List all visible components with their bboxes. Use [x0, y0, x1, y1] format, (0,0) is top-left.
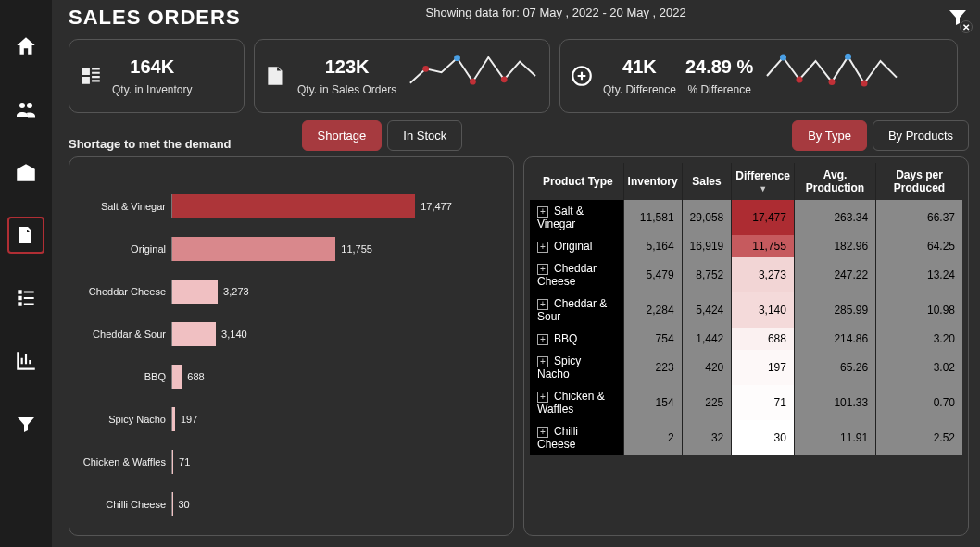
cell-daysper: 0.70: [876, 385, 962, 420]
cell-avgprod: 101.33: [794, 385, 875, 420]
cell-difference: 688: [732, 328, 795, 350]
bar-track: 30: [171, 492, 504, 516]
expand-icon[interactable]: +: [537, 392, 548, 403]
bar-row: Cheddar Cheese3,273: [79, 270, 504, 313]
tab-shortage[interactable]: Shortage: [302, 120, 383, 151]
table-row[interactable]: +BBQ7541,442688214.863.20: [530, 328, 962, 350]
table-row[interactable]: +Cheddar Cheese5,4798,7523,273247.2213.2…: [530, 257, 962, 292]
table-row[interactable]: +Chicken & Waffles15422571101.330.70: [530, 385, 962, 420]
bar-track: 3,273: [171, 280, 504, 304]
sales-icon: [264, 64, 288, 88]
bar-category-label: Cheddar & Sour: [79, 329, 171, 340]
expand-icon[interactable]: +: [537, 299, 548, 310]
bar[interactable]: [172, 365, 182, 389]
cell-daysper: 64.25: [876, 235, 962, 257]
cell-inventory: 5,164: [623, 235, 682, 257]
bar-row: Chilli Cheese30: [79, 483, 504, 526]
expand-icon[interactable]: +: [537, 264, 548, 275]
kpi-diff-value: 41K: [603, 56, 676, 78]
svg-point-7: [861, 81, 868, 87]
cell-avgprod: 182.96: [794, 235, 875, 257]
sort-desc-icon: ▼: [735, 184, 790, 193]
col-avgprod[interactable]: Avg. Production: [794, 163, 875, 200]
cell-sales: 5,424: [682, 292, 732, 328]
expand-icon[interactable]: +: [537, 242, 548, 253]
expand-icon[interactable]: +: [537, 427, 548, 438]
bar[interactable]: [172, 237, 335, 261]
cell-sales: 16,919: [682, 235, 732, 257]
table-row[interactable]: +Original5,16416,91911,755182.9664.25: [530, 235, 962, 257]
bar[interactable]: [172, 280, 218, 304]
cell-daysper: 10.98: [876, 292, 962, 328]
nav-users[interactable]: [7, 91, 44, 128]
cell-sales: 1,442: [682, 328, 732, 350]
cell-product: Original: [554, 240, 592, 253]
cell-difference: 17,477: [732, 200, 795, 235]
svg-point-8: [780, 55, 786, 61]
kpi-sales-label: Qty. in Sales Orders: [297, 83, 396, 96]
col-daysper[interactable]: Days per Produced: [876, 163, 962, 200]
table-row[interactable]: +Cheddar & Sour2,2845,4243,140285.9910.9…: [530, 292, 962, 328]
nav-warehouse[interactable]: [7, 154, 44, 191]
col-sales[interactable]: Sales: [682, 163, 732, 200]
cell-daysper: 3.20: [876, 328, 962, 350]
filter-reset-button[interactable]: ✕: [947, 6, 969, 31]
bar-row: Original11,755: [79, 228, 504, 270]
bar-row: Chicken & Waffles71: [79, 441, 504, 483]
expand-icon[interactable]: +: [537, 206, 548, 218]
sparkline-sales: [406, 48, 540, 104]
nav-filter[interactable]: [7, 405, 44, 442]
product-table-panel: Product Type Inventory Sales Difference …: [523, 156, 969, 536]
bar-value-label: 11,755: [335, 243, 372, 255]
cell-inventory: 223: [623, 350, 682, 385]
cell-difference: 3,140: [732, 292, 795, 328]
cell-avgprod: 65.26: [794, 350, 875, 385]
bar-track: 688: [171, 365, 504, 389]
cell-inventory: 754: [623, 328, 682, 350]
col-inventory[interactable]: Inventory: [623, 163, 682, 200]
expand-icon[interactable]: +: [537, 356, 548, 367]
bar-value-label: 688: [182, 371, 204, 382]
difference-icon: [570, 64, 594, 88]
cell-inventory: 2,284: [623, 292, 682, 328]
bar-value-label: 3,273: [218, 286, 249, 297]
bar-row: Spicy Nacho197: [79, 398, 504, 441]
bar-track: 3,140: [171, 322, 504, 346]
bar-category-label: Original: [79, 243, 171, 255]
cell-daysper: 66.37: [876, 200, 962, 235]
bar[interactable]: [172, 322, 216, 346]
kpi-inventory-card: 164K Qty. in Inventory: [69, 39, 245, 113]
cell-sales: 29,058: [682, 200, 732, 235]
nav-home[interactable]: [7, 28, 44, 65]
bar[interactable]: [172, 194, 415, 218]
tab-instock[interactable]: In Stock: [387, 120, 462, 151]
bar-value-label: 197: [175, 414, 197, 425]
close-icon: ✕: [960, 20, 973, 33]
table-row[interactable]: +Salt & Vinegar11,58129,05817,477263.346…: [530, 200, 962, 235]
nav-checklist[interactable]: [7, 280, 44, 317]
expand-icon[interactable]: +: [537, 334, 548, 345]
cell-product: BBQ: [554, 332, 577, 345]
shortage-section-title: Shortage to met the demand: [69, 137, 232, 151]
bar-category-label: Chicken & Waffles: [79, 456, 171, 467]
table-row[interactable]: +Chilli Cheese2323011.912.52: [530, 420, 962, 455]
svg-point-3: [454, 55, 460, 61]
kpi-cards: 164K Qty. in Inventory 123K Qty. in Sale…: [69, 39, 969, 113]
tab-by-products[interactable]: By Products: [873, 120, 969, 151]
bar-value-label: 30: [172, 499, 189, 510]
nav-sales-orders[interactable]: [7, 217, 44, 254]
bar-track: 11,755: [171, 237, 504, 261]
kpi-diff-label: Qty. Difference: [603, 83, 676, 96]
cell-daysper: 2.52: [876, 420, 962, 455]
bar-category-label: Cheddar Cheese: [79, 286, 171, 297]
kpi-inventory-value: 164K: [112, 56, 192, 78]
cell-inventory: 154: [623, 385, 682, 420]
col-difference[interactable]: Difference ▼: [732, 163, 795, 200]
col-product[interactable]: Product Type: [530, 163, 623, 200]
cell-avgprod: 247.22: [794, 257, 875, 292]
svg-point-9: [845, 54, 851, 60]
tab-by-type[interactable]: By Type: [792, 120, 867, 151]
sparkline-diff: [762, 48, 901, 104]
table-row[interactable]: +Spicy Nacho22342019765.263.02: [530, 350, 962, 385]
nav-analytics[interactable]: [7, 342, 44, 379]
